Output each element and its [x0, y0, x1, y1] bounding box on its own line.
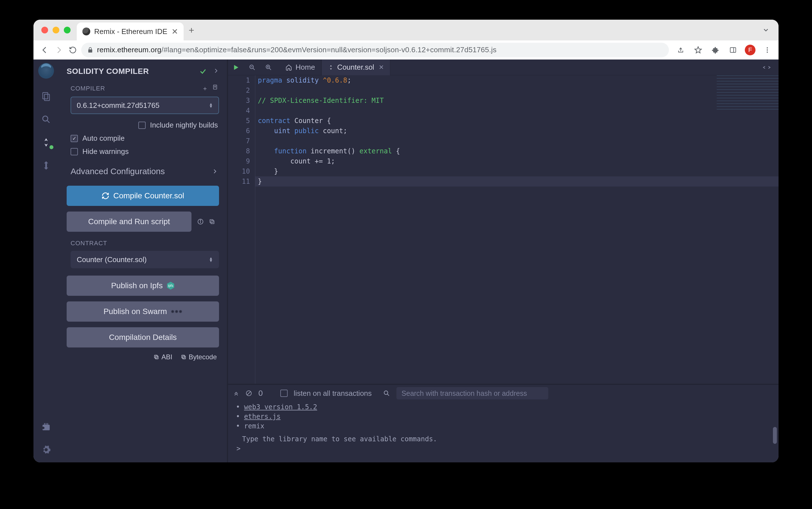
tab-home-label: Home: [295, 63, 315, 72]
publish-ipfs-label: Publish on Ipfs: [111, 281, 163, 290]
clear-icon[interactable]: [246, 390, 252, 397]
svg-rect-18: [155, 356, 158, 359]
compilation-details-button[interactable]: Compilation Details: [67, 327, 219, 347]
chevron-right-icon: [212, 168, 218, 174]
search-icon[interactable]: [39, 112, 53, 126]
tab-home[interactable]: Home: [279, 60, 321, 75]
compile-run-button[interactable]: Compile and Run script: [67, 211, 191, 232]
svg-marker-0: [695, 47, 701, 53]
profile-avatar[interactable]: F: [745, 45, 755, 55]
tabs-overflow-icon[interactable]: [762, 26, 770, 34]
auto-compile-label: Auto compile: [83, 134, 125, 143]
code-body[interactable]: pragma solidity ^0.6.8; // SPDX-License-…: [255, 75, 779, 384]
search-icon[interactable]: [383, 389, 390, 397]
solidity-file-icon: [328, 65, 334, 70]
hide-warnings-checkbox[interactable]: [70, 148, 78, 155]
compilation-details-label: Compilation Details: [109, 333, 177, 342]
bookmark-icon[interactable]: [692, 44, 704, 56]
compiler-icon[interactable]: [39, 135, 53, 149]
expand-icon[interactable]: [759, 60, 775, 75]
page-icon[interactable]: [212, 84, 218, 93]
back-button[interactable]: [39, 44, 50, 56]
maximize-window-button[interactable]: [64, 27, 70, 33]
terminal-prompt[interactable]: >: [237, 444, 779, 453]
extensions-icon[interactable]: [710, 44, 721, 56]
run-icon[interactable]: [228, 60, 244, 75]
browser-tab[interactable]: Remix - Ethereum IDE ✕: [77, 23, 184, 40]
swarm-icon: [171, 310, 182, 313]
svg-line-29: [269, 68, 271, 70]
status-badge-icon: [49, 144, 54, 150]
browser-menu-icon[interactable]: [762, 44, 773, 56]
copy-bytecode-link[interactable]: Bytecode: [181, 353, 217, 361]
close-tab-icon[interactable]: ✕: [379, 64, 384, 71]
svg-line-25: [253, 68, 255, 70]
compiler-panel: SOLIDITY COMPILER COMPILER ＋ 0.6.12+comm…: [59, 60, 228, 462]
url-text: remix.ethereum.org/#lang=en&optimize=fal…: [97, 45, 497, 54]
ide-root: SOLIDITY COMPILER COMPILER ＋ 0.6.12+comm…: [33, 60, 779, 462]
hide-warnings-row[interactable]: Hide warnings: [59, 145, 227, 158]
compiler-version-select[interactable]: 0.6.12+commit.27d51765 ▲▼: [70, 97, 219, 114]
svg-line-9: [47, 121, 50, 123]
svg-rect-20: [183, 356, 186, 359]
minimap[interactable]: [717, 75, 779, 112]
plugin-icon[interactable]: [39, 420, 53, 434]
deploy-icon[interactable]: [39, 159, 53, 172]
svg-rect-1: [730, 47, 736, 52]
info-icon[interactable]: [197, 218, 204, 225]
zoom-in-icon[interactable]: [261, 60, 276, 75]
nightly-builds-row[interactable]: Include nightly builds: [59, 118, 227, 132]
add-compiler-icon[interactable]: ＋: [202, 84, 208, 93]
svg-point-32: [384, 391, 388, 395]
compile-button[interactable]: Compile Counter.sol: [67, 186, 219, 206]
auto-compile-checkbox[interactable]: ✓: [70, 135, 78, 142]
nightly-checkbox[interactable]: [138, 122, 146, 129]
line-gutter: 1234567891011: [228, 75, 255, 384]
close-tab-icon[interactable]: ✕: [171, 27, 178, 36]
terminal-toolbar: 0 listen on all transactions Search with…: [228, 385, 779, 402]
address-bar[interactable]: remix.ethereum.org/#lang=en&optimize=fal…: [81, 43, 669, 57]
auto-compile-row[interactable]: ✓ Auto compile: [59, 132, 227, 145]
share-icon[interactable]: [675, 44, 686, 56]
nightly-label: Include nightly builds: [150, 121, 218, 130]
publish-swarm-button[interactable]: Publish on Swarm: [67, 301, 219, 321]
settings-icon[interactable]: [39, 443, 53, 457]
contract-select[interactable]: Counter (Counter.sol) ▲▼: [70, 251, 219, 268]
compiler-label-text: COMPILER: [70, 85, 105, 92]
svg-rect-19: [155, 355, 157, 358]
window-controls: [41, 27, 70, 33]
svg-rect-7: [44, 94, 50, 101]
browser-nav-bar: remix.ethereum.org/#lang=en&optimize=fal…: [33, 40, 779, 60]
listen-checkbox[interactable]: [280, 389, 288, 397]
zoom-out-icon[interactable]: [244, 60, 260, 75]
svg-point-8: [43, 116, 48, 121]
reload-button[interactable]: [67, 44, 79, 56]
copy-icon[interactable]: [209, 218, 215, 225]
compiler-version-value: 0.6.12+commit.27d51765: [77, 101, 159, 110]
publish-ipfs-button[interactable]: Publish on Ipfs ipfs: [67, 276, 219, 296]
remix-logo-icon[interactable]: [38, 63, 54, 79]
advanced-label: Advanced Configurations: [70, 167, 165, 176]
minimize-window-button[interactable]: [53, 27, 59, 33]
forward-button[interactable]: [53, 44, 64, 56]
svg-rect-17: [210, 220, 213, 223]
file-explorer-icon[interactable]: [39, 89, 53, 103]
tab-counter-sol[interactable]: Counter.sol ✕: [322, 60, 390, 75]
svg-point-4: [767, 49, 768, 50]
editor-area: Home Counter.sol ✕ 1234567891011 pragma …: [228, 60, 779, 462]
sidepanel-icon[interactable]: [727, 44, 739, 56]
browser-tab-strip: Remix - Ethereum IDE ✕ +: [33, 20, 779, 40]
new-tab-button[interactable]: +: [189, 25, 194, 36]
compile-run-label: Compile and Run script: [88, 217, 170, 226]
advanced-config-toggle[interactable]: Advanced Configurations: [59, 158, 227, 183]
collapse-icon[interactable]: [233, 390, 239, 396]
chevron-right-icon[interactable]: [213, 68, 219, 75]
terminal-search-input[interactable]: Search with transaction hash or address: [397, 387, 548, 400]
close-window-button[interactable]: [41, 27, 48, 33]
code-editor[interactable]: 1234567891011 pragma solidity ^0.6.8; //…: [228, 75, 779, 384]
terminal-scrollbar[interactable]: [773, 427, 777, 444]
select-caret-icon: ▲▼: [209, 257, 213, 262]
copy-abi-link[interactable]: ABI: [154, 353, 173, 361]
editor-tabbar: Home Counter.sol ✕: [228, 60, 779, 75]
terminal-output[interactable]: web3 version 1.5.2 ethers.js remix Type …: [228, 402, 779, 462]
